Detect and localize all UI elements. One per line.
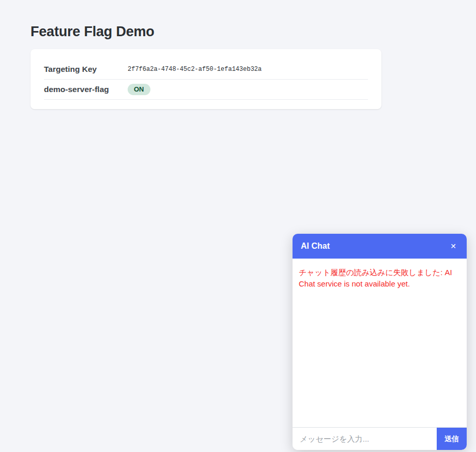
chat-header: AI Chat ✕ (293, 234, 467, 259)
chat-input-row: 送信 (293, 427, 467, 450)
chat-messages-area[interactable]: チャット履歴の読み込みに失敗しました: AI Chat service is n… (293, 259, 467, 427)
main-content: Feature Flag Demo Targeting Key 2f7f6a2a… (0, 0, 476, 109)
table-row-targeting-key: Targeting Key 2f7f6a2a-4748-45c2-af50-1e… (44, 59, 368, 80)
targeting-key-value: 2f7f6a2a-4748-45c2-af50-1efa143eb32a (128, 66, 262, 73)
chat-error-message: チャット履歴の読み込みに失敗しました: AI Chat service is n… (299, 267, 460, 290)
close-icon[interactable]: ✕ (448, 240, 458, 252)
table-row-demo-server-flag: demo-server-flag ON (44, 80, 368, 100)
status-badge-on: ON (128, 84, 150, 95)
ai-chat-widget: AI Chat ✕ チャット履歴の読み込みに失敗しました: AI Chat se… (293, 234, 467, 450)
feature-flag-card: Targeting Key 2f7f6a2a-4748-45c2-af50-1e… (30, 49, 381, 109)
page-title: Feature Flag Demo (30, 24, 476, 40)
chat-title: AI Chat (301, 242, 330, 251)
flag-name-label: demo-server-flag (44, 85, 128, 94)
targeting-key-label: Targeting Key (44, 65, 128, 74)
send-button[interactable]: 送信 (437, 428, 467, 450)
chat-message-input[interactable] (293, 428, 437, 450)
